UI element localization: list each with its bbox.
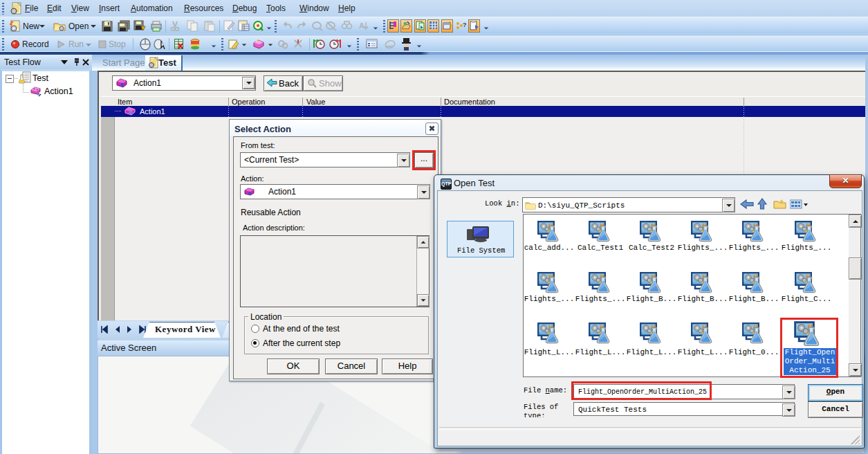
svg-text:A: A <box>359 21 364 30</box>
svg-text:?: ? <box>463 21 467 28</box>
